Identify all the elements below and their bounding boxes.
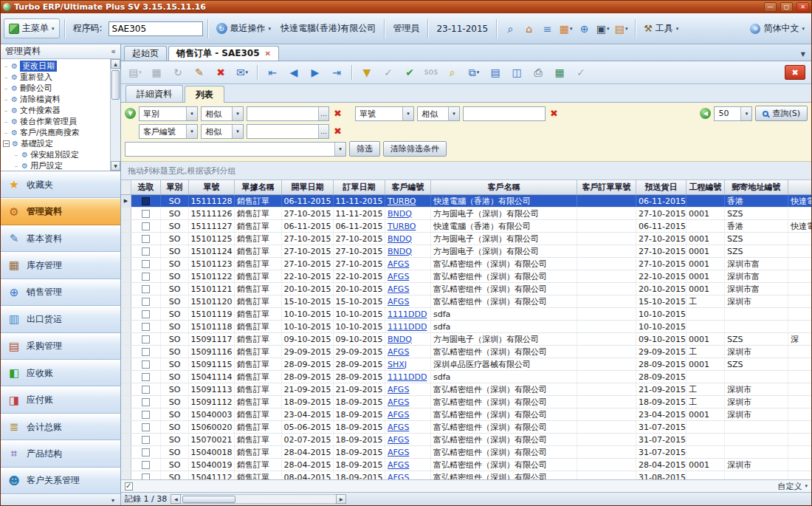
table-row[interactable]: SO15041114銷售訂單28-09-201528-09-20151111DD…	[121, 371, 811, 383]
table-row[interactable]: SO15101122銷售訂單22-10-201522-10-2015AFGS富弘…	[121, 270, 811, 283]
row-checkbox[interactable]	[142, 197, 150, 205]
language-button[interactable]: ⊕ 简体中文 ▾	[746, 19, 808, 38]
home-button[interactable]: ⌂	[520, 18, 538, 38]
row-checkbox[interactable]	[142, 398, 150, 406]
filter-value-2-input[interactable]	[463, 106, 546, 121]
cell-select[interactable]	[131, 321, 161, 332]
row-checkbox[interactable]	[142, 323, 150, 331]
close-tab-button[interactable]: ✖	[785, 65, 805, 80]
customer-code-link[interactable]: AFGS	[388, 347, 409, 357]
email-button[interactable]: ✉▾	[234, 64, 250, 81]
cell-select[interactable]	[131, 434, 161, 445]
cell-select[interactable]	[131, 408, 161, 420]
collapse-panel-icon[interactable]: ◀	[700, 108, 711, 119]
page-size-combo[interactable]: 50 ▾	[714, 106, 752, 121]
tree-item[interactable]: –⚙更改日期	[3, 61, 110, 72]
chevron-down-icon[interactable]: ▾	[232, 125, 243, 138]
filter-field-2-combo[interactable]: 單號 ▾	[355, 106, 414, 121]
tab-close-icon[interactable]: ✕	[265, 49, 271, 58]
clear-filter-conditions-button[interactable]: 清除筛选条件	[383, 141, 447, 157]
customer-code-link[interactable]: AFGS	[388, 423, 409, 432]
saved-filter-combo[interactable]: ▾	[125, 142, 346, 157]
row-checkbox[interactable]	[142, 260, 150, 268]
chevron-down-icon[interactable]: ▾	[232, 107, 243, 120]
column-header-project-no[interactable]: 工程編號	[687, 180, 725, 194]
table-row[interactable]: SO15111126銷售訂單27-10-201511-11-2015BNDQ方与…	[121, 208, 811, 220]
column-header-customer-po[interactable]: 客戶訂單單號	[577, 180, 636, 194]
sidebar-module-crm[interactable]: ☻客户关系管理	[1, 468, 120, 494]
table-row[interactable]: SO15101124銷售訂單27-10-201527-10-2015BNDQ方与…	[121, 245, 811, 258]
row-checkbox[interactable]	[142, 411, 150, 419]
globe-button[interactable]: ⊕	[575, 18, 593, 38]
filter-field-1-combo[interactable]: 單別 ▾	[139, 106, 198, 121]
tree-item[interactable]: –⚙用戶設定	[3, 160, 110, 171]
cell-select[interactable]	[131, 471, 161, 479]
calculator-button[interactable]: ▤▾	[612, 18, 630, 38]
cell-select[interactable]	[131, 208, 161, 219]
sidebar-module-purchasing[interactable]: ▤采购管理	[1, 333, 120, 360]
row-checkbox[interactable]	[142, 386, 150, 394]
filter-op-3-combo[interactable]: 相似 ▾	[201, 124, 244, 139]
chevron-down-icon[interactable]: ▾	[448, 107, 459, 120]
customer-code-link[interactable]: 1111DDD	[388, 372, 427, 382]
chevron-down-icon[interactable]: ▾	[186, 107, 197, 120]
table-row[interactable]: SO15091116銷售訂單29-09-201529-09-2015AFGS富弘…	[121, 346, 811, 358]
sidebar-module-admin-data[interactable]: ⚙管理資料	[1, 198, 120, 225]
row-checkbox[interactable]	[142, 461, 150, 469]
cell-select[interactable]	[131, 295, 161, 307]
table-row[interactable]: SO15101123銷售訂單27-10-201527-10-2015AFGS富弘…	[121, 258, 811, 270]
filter-field-3-combo[interactable]: 客戶編號 ▾	[139, 124, 198, 139]
row-checkbox[interactable]	[142, 222, 150, 230]
scroll-left-icon[interactable]: ◀	[171, 494, 181, 504]
table-row[interactable]: SO15040003銷售訂單23-04-201518-09-2015AFGS富弘…	[121, 408, 811, 421]
customer-code-link[interactable]: AFGS	[388, 272, 409, 281]
customer-code-link[interactable]: AFGS	[388, 259, 409, 269]
scroll-down-icon[interactable]: ▼	[111, 161, 120, 171]
notes-button[interactable]: ≡	[538, 18, 557, 38]
tree-scrollbar[interactable]: ▲ ▼	[110, 59, 120, 171]
column-header-mail-address-code[interactable]: 郵寄地址編號	[725, 180, 788, 194]
cell-select[interactable]	[131, 346, 161, 358]
customer-code-link[interactable]: 1111DDD	[388, 322, 427, 332]
copy-button[interactable]: ⧉▾	[466, 64, 482, 81]
main-menu-button[interactable]: 主菜单 ▾	[4, 18, 60, 38]
tab-home[interactable]: 起始页	[124, 46, 167, 61]
modules-overflow-button[interactable]: ▾	[111, 497, 114, 504]
filter-value-3-input[interactable]: …	[247, 124, 329, 139]
table-row[interactable]: SO15091112銷售訂單18-09-201518-09-2015AFGS富弘…	[121, 396, 811, 408]
sidebar-collapse-button[interactable]: «	[111, 47, 116, 56]
column-header-extra[interactable]	[788, 180, 811, 194]
table-row[interactable]: SO15040018銷售訂單28-04-201518-09-2015AFGS富弘…	[121, 446, 811, 459]
column-header-open-date[interactable]: 開單日期	[282, 180, 334, 194]
sidebar-module-export-shipping[interactable]: ▥出口货运	[1, 306, 120, 332]
cell-select[interactable]	[131, 459, 161, 471]
recent-operations-button[interactable]: ↻ 最近操作 ▾	[213, 19, 275, 38]
cell-select[interactable]	[131, 371, 161, 383]
sidebar-module-product-structure[interactable]: ⌗产品结构	[1, 440, 120, 467]
row-checkbox[interactable]	[142, 235, 150, 243]
cell-select[interactable]	[131, 283, 161, 295]
filter-op-1-combo[interactable]: 相似 ▾	[201, 106, 244, 121]
tree-item[interactable]: –⚙刪除公司	[3, 83, 110, 94]
tab-list-dropdown-icon[interactable]: ▼	[798, 48, 808, 61]
nav-last-button[interactable]: ⇥	[328, 64, 345, 81]
tree-item[interactable]: –⚙保安組別設定	[3, 149, 110, 160]
customer-code-link[interactable]: AFGS	[388, 473, 409, 480]
table-row[interactable]: SO15091117銷售訂單09-10-201509-10-2015BNDQ方与…	[121, 333, 811, 346]
column-header-customer-name[interactable]: 客戶名稱	[431, 180, 577, 194]
row-checkbox[interactable]	[142, 335, 150, 343]
group-by-bar[interactable]: 拖动列标题至此,根据该列分组	[121, 162, 811, 180]
table-row[interactable]: SO15091115銷售訂單28-09-201528-09-2015SHXJ深圳…	[121, 358, 811, 371]
scroll-right-icon[interactable]: ▶	[336, 494, 346, 504]
row-checkbox[interactable]	[142, 436, 150, 444]
column-header-doc-name[interactable]: 單據名稱	[235, 180, 282, 194]
customer-code-link[interactable]: AFGS	[388, 284, 409, 294]
search-doc-button[interactable]: ⌕	[501, 18, 520, 38]
filter-value-1-input[interactable]: …	[247, 106, 329, 121]
tree-item[interactable]: –⚙清除檔資料	[3, 94, 110, 105]
scroll-up-icon[interactable]: ▲	[111, 59, 120, 69]
customer-code-link[interactable]: BNDQ	[388, 335, 412, 344]
column-header-doc-no[interactable]: 單號	[189, 180, 235, 194]
cell-select[interactable]	[131, 245, 161, 257]
cell-select[interactable]	[131, 383, 161, 395]
